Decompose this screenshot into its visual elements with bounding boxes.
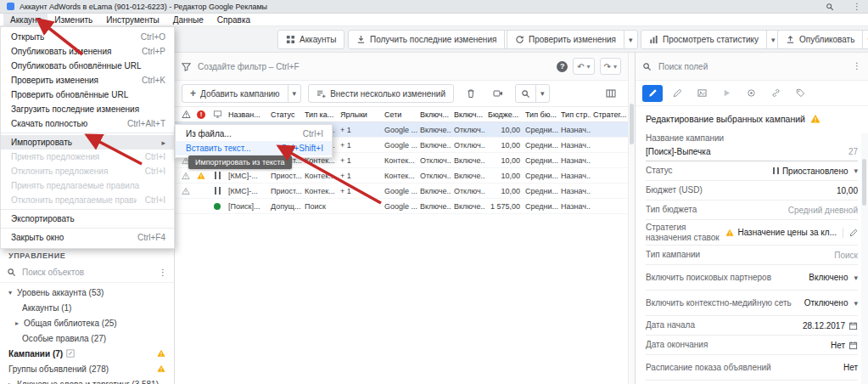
table-row[interactable]: [КМС]-... Приост... Контек... + 1 Google…: [175, 184, 628, 199]
chevron-down-icon[interactable]: ▾: [854, 299, 858, 308]
more-options-icon[interactable]: ⋮: [853, 3, 861, 11]
budget-input[interactable]: 10,00: [837, 186, 858, 195]
end-date-input[interactable]: Нет: [831, 341, 858, 350]
menu-help[interactable]: Справка: [210, 14, 257, 25]
table-row[interactable]: [Поиск]... Допущ... Поиск Google ... Вкл…: [175, 199, 628, 214]
undo-button[interactable]: ↶ ▾: [573, 58, 594, 75]
redo-button[interactable]: ↷ ▾: [600, 58, 621, 75]
menu-item-post-updated-urls[interactable]: Опубликовать обновлённые URL: [1, 59, 174, 73]
tab-targeting[interactable]: [741, 85, 761, 102]
delete-button[interactable]: [461, 84, 481, 103]
menu-edit[interactable]: Изменить: [48, 14, 99, 25]
chevron-down-icon[interactable]: ▾: [535, 85, 549, 102]
sidebar-item-campaigns[interactable]: Кампании (7): [0, 346, 174, 361]
column-header[interactable]: Назван...: [226, 110, 268, 119]
menu-item-post-changes[interactable]: Опубликовать измененияCtrl+P: [1, 44, 174, 59]
search-icon[interactable]: [826, 3, 834, 11]
objects-search-placeholder[interactable]: Поиск объектов: [22, 268, 153, 277]
objects-search[interactable]: Поиск объектов ⋮: [0, 263, 174, 283]
fields-search-placeholder[interactable]: Поиск полей: [658, 62, 846, 71]
chevron-down-icon[interactable]: ▾: [7, 289, 14, 296]
column-header[interactable]: Статус: [268, 110, 302, 119]
field-row-end-date: Дата окончания Нет: [646, 336, 858, 355]
menu-data[interactable]: Данные: [166, 14, 210, 25]
sidebar-item-account-level[interactable]: ▾ Уровень аккаунта (53): [0, 285, 174, 300]
column-header[interactable]: Тип бю...: [523, 110, 558, 119]
chevron-right-icon[interactable]: ▸: [14, 319, 20, 327]
chevron-down-icon[interactable]: ▾: [854, 167, 858, 175]
view-statistics-button[interactable]: Просмотреть статистику ▾: [641, 30, 781, 49]
add-campaign-button[interactable]: +Добавить кампанию ▾: [182, 84, 301, 103]
chevron-down-icon[interactable]: ▾: [587, 63, 591, 71]
table-row[interactable]: [КМС]-... Приост... Контек... + 1 Контек…: [175, 168, 628, 184]
tab-labels[interactable]: [790, 85, 810, 102]
menu-item-import[interactable]: Импортировать▸: [1, 135, 174, 150]
chevron-down-icon[interactable]: ▾: [288, 85, 301, 102]
status-select[interactable]: Приостановлено ▾: [773, 167, 858, 176]
ad-schedule-value[interactable]: Нет: [843, 363, 858, 372]
chevron-right-icon[interactable]: ▸: [7, 381, 14, 384]
menu-item-get-recent-changes[interactable]: Загрузить последние изменения: [1, 102, 174, 116]
menu-item-check-changes[interactable]: Проверить измененияCtrl+K: [1, 73, 174, 88]
tab-videos[interactable]: [716, 85, 736, 102]
tab-notes[interactable]: [667, 85, 687, 102]
calendar-icon[interactable]: [848, 341, 858, 350]
columns-button[interactable]: [601, 84, 621, 103]
menu-account[interactable]: Аккаунт: [3, 14, 48, 25]
edit-panel-scrollbar[interactable]: [861, 133, 868, 384]
more-options-icon[interactable]: ⋮: [853, 62, 861, 71]
check-changes-button[interactable]: Проверить изменения ▾: [507, 30, 638, 49]
tab-images[interactable]: [692, 85, 712, 102]
filter-bar[interactable]: Создайте фильтр – Ctrl+F ? ↶ ▾ ↷ ▾: [175, 53, 628, 81]
tab-edit[interactable]: [642, 85, 663, 102]
column-header[interactable]: Стратег...: [591, 110, 628, 119]
menu-item-accept-proposals: Принять предложенияCtrl+I: [1, 150, 174, 164]
chevron-down-icon[interactable]: ▾: [854, 274, 858, 282]
display-network-select[interactable]: Отключено ▾: [804, 298, 858, 308]
video-button[interactable]: [488, 84, 508, 103]
menu-item-export[interactable]: Экспортировать: [1, 212, 174, 226]
search-in-grid-button[interactable]: ▾: [515, 84, 550, 103]
menu-item-open[interactable]: ОткрытьCtrl+O: [1, 30, 174, 44]
column-header[interactable]: Ярлыки: [338, 110, 382, 119]
pencil-icon[interactable]: [849, 229, 858, 237]
tab-links[interactable]: [765, 85, 786, 102]
chevron-down-icon[interactable]: ▾: [862, 31, 868, 48]
submenu-item-from-file[interactable]: Из файла...Ctrl+I: [176, 127, 332, 141]
sidebar-item-accounts[interactable]: Аккаунты (1): [0, 300, 174, 315]
scrollbar-thumb[interactable]: [630, 104, 634, 144]
calendar-icon[interactable]: [848, 321, 858, 330]
post-changes-button[interactable]: Опубликовать ▾: [777, 30, 868, 49]
start-date-input[interactable]: 28.12.2017: [803, 321, 858, 330]
menu-item-close-window[interactable]: Закрыть окноCtrl+F4: [1, 230, 174, 245]
filter-placeholder[interactable]: Создайте фильтр – Ctrl+F: [198, 62, 300, 71]
help-icon[interactable]: ?: [557, 61, 568, 72]
column-header[interactable]: Включ...: [451, 110, 485, 119]
fields-search[interactable]: Поиск полей ⋮: [636, 53, 868, 81]
sidebar-item-custom-rules[interactable]: Особые правила (27): [0, 330, 174, 346]
chevron-down-icon[interactable]: ▾: [624, 31, 637, 48]
get-recent-changes-button[interactable]: Получить последние изменения ▾: [348, 30, 518, 49]
menu-tools[interactable]: Инструменты: [99, 14, 165, 25]
menu-item-download-full[interactable]: Скачать полностьюCtrl+Alt+T: [1, 116, 174, 131]
bulk-edit-button[interactable]: Внести несколько изменений: [308, 84, 454, 103]
scrollbar-thumb[interactable]: [862, 159, 866, 206]
sidebar-item-shared-library[interactable]: ▸ Общая библиотека (25): [0, 315, 174, 330]
column-header[interactable]: Сети: [382, 110, 417, 119]
submenu-item-paste-text[interactable]: Вставить текст...Ctrl+Shift+I: [176, 141, 332, 155]
bid-strategy-select[interactable]: Назначение цены за кл...: [725, 228, 858, 238]
table-header-row[interactable]: ! Назван... Статус Тип ка... Ярлыки Сети…: [175, 107, 628, 122]
search-partners-select[interactable]: Включено ▾: [809, 273, 858, 282]
column-header[interactable]: Тип стр...: [558, 110, 591, 119]
menu-item-check-updated-urls[interactable]: Проверить обновлённые URL: [1, 88, 174, 102]
chevron-down-icon[interactable]: ▾: [613, 63, 617, 71]
column-header[interactable]: Тип ка...: [302, 110, 338, 119]
accounts-button[interactable]: Аккаунты: [277, 30, 344, 49]
grid-scrollbar[interactable]: [628, 53, 635, 384]
column-header[interactable]: Бюдже...: [485, 110, 523, 119]
column-header[interactable]: Включ...: [417, 110, 451, 119]
sidebar-item-ad-groups[interactable]: Группы объявлений (278): [0, 361, 174, 376]
more-options-icon[interactable]: ⋮: [159, 268, 167, 277]
sidebar-item-keywords[interactable]: ▸ Ключевые слова и таргетинг (3 581): [0, 376, 174, 384]
campaign-name-field[interactable]: [Поиск]-Выпечка 27: [646, 143, 858, 161]
